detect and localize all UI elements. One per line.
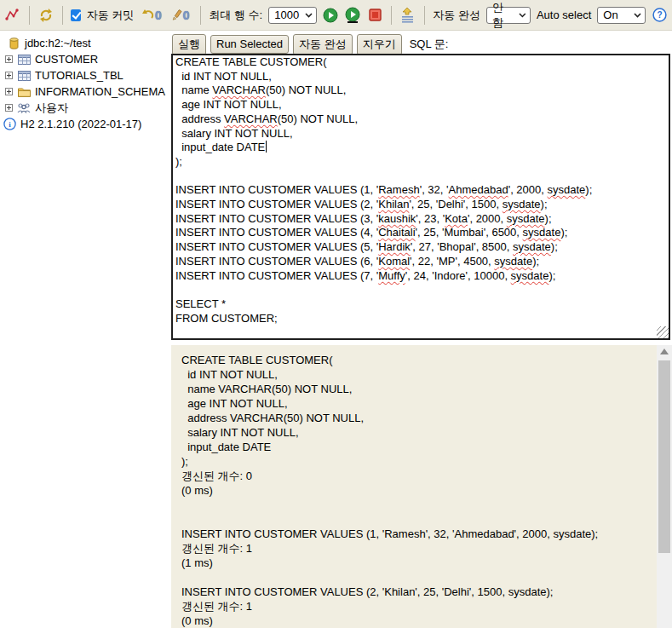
misspelled-word: sysdate <box>548 183 586 196</box>
result-line: 갱신된 개수: 1 <box>181 599 657 614</box>
misspelled-word: sysdate <box>503 198 541 210</box>
sql-editor[interactable]: CREATE TABLE CUSTOMER( id INT NOT NULL, … <box>171 54 670 340</box>
sql-line: age INT NOT NULL, <box>173 98 669 112</box>
result-line: INSERT INTO CUSTOMER VALUES (2, 'Khilan'… <box>181 585 657 599</box>
autocomplete-label: 자동 완성 <box>433 8 480 23</box>
toolbar: 자동 커밋 0 0 최대 행 수: 1000 <box>0 0 672 31</box>
tree-item-label: INFORMATION_SCHEMA <box>35 85 165 98</box>
results-scrollbar[interactable] <box>657 345 672 628</box>
misspelled-word: Kota <box>445 212 468 225</box>
max-rows-select[interactable]: 1000 <box>268 7 317 24</box>
stop-icon[interactable] <box>367 6 382 25</box>
sql-statement-label: SQL 문: <box>410 37 449 52</box>
tree-item-version[interactable]: i H2 2.1.210 (2022-01-17) <box>0 116 170 132</box>
misspelled-word: Hardik <box>378 240 411 253</box>
toolbar-separator <box>200 6 201 25</box>
autocomplete-value: 안함 <box>492 0 514 31</box>
sql-line: CREATE TABLE CUSTOMER( <box>173 55 669 70</box>
scroll-up-icon[interactable] <box>660 349 669 354</box>
refresh-icon[interactable] <box>38 6 54 25</box>
run-selected-button[interactable]: Run Selected <box>210 35 289 54</box>
tree-item-label: TUTORIALS_TBL <box>35 69 123 82</box>
sql-line: salary INT NOT NULL, <box>173 127 669 141</box>
scrollbar-thumb[interactable] <box>658 360 670 553</box>
results-content: CREATE TABLE CUSTOMER( id INT NOT NULL, … <box>181 353 657 628</box>
max-rows-value: 1000 <box>274 9 299 21</box>
sql-line: SELECT * <box>173 297 669 312</box>
autocomplete-icon[interactable] <box>400 6 416 25</box>
run-selected-icon[interactable] <box>344 6 361 25</box>
toolbar-separator <box>424 6 425 25</box>
autocomplete-select[interactable]: 안함 <box>486 7 531 24</box>
result-line: 갱신된 개수: 1 <box>181 541 657 556</box>
toolbar-separator <box>391 6 392 25</box>
help-icon[interactable]: ? <box>652 6 667 25</box>
autocomplete-button[interactable]: 자동 완성 <box>293 34 353 55</box>
svg-text:?: ? <box>657 10 662 20</box>
misspelled-word: Komal <box>378 255 410 268</box>
users-icon <box>17 102 31 114</box>
misspelled-word: sysdate <box>507 212 545 225</box>
results-panel: CREATE TABLE CUSTOMER( id INT NOT NULL, … <box>171 345 657 628</box>
undo-icon[interactable]: 0 <box>140 6 163 25</box>
auto-commit-checkbox[interactable] <box>71 9 80 21</box>
auto-select-select[interactable]: On <box>597 7 646 24</box>
sql-line <box>173 283 669 297</box>
result-line <box>181 498 657 512</box>
sql-line: INSERT INTO CUSTOMER VALUES (4, 'Chaital… <box>173 226 669 240</box>
expand-icon[interactable] <box>5 104 13 112</box>
tree-item-connection[interactable]: jdbc:h2:~/test <box>0 35 170 51</box>
clear-button[interactable]: 지우기 <box>357 34 402 55</box>
disconnect-icon[interactable] <box>5 6 20 25</box>
tree-item-label: 사용자 <box>35 101 68 116</box>
version-label: H2 2.1.210 (2022-01-17) <box>20 118 141 130</box>
edit-count-icon[interactable]: 0 <box>169 6 192 25</box>
tree-item-information-schema[interactable]: INFORMATION_SCHEMA <box>0 84 170 100</box>
result-line: address VARCHAR(50) NOT NULL, <box>181 411 657 425</box>
misspelled-word: Chaitali <box>378 226 415 239</box>
sql-line: name VARCHAR(50) NOT NULL, <box>173 84 669 98</box>
toolbar-separator <box>29 6 30 25</box>
sql-line: ); <box>173 155 669 170</box>
expand-icon[interactable] <box>5 72 13 79</box>
misspelled-word: Khilan <box>378 198 409 210</box>
result-line: 갱신된 개수: 0 <box>181 469 657 483</box>
sql-line: INSERT INTO CUSTOMER VALUES (7, 'Muffy',… <box>173 269 669 284</box>
auto-commit-label: 자동 커밋 <box>87 8 135 23</box>
misspelled-word: Ahmedabad <box>449 183 508 196</box>
result-line <box>181 512 657 527</box>
undo-count: 0 <box>155 9 162 22</box>
sql-line: address VARCHAR(50) NOT NULL, <box>173 112 669 127</box>
query-panel: 실행 Run Selected 자동 완성 지우기 SQL 문: CREATE … <box>170 32 672 628</box>
misspelled-word: VARCHAR <box>224 112 278 125</box>
misspelled-word: Muffy <box>378 269 405 282</box>
tree-item-users[interactable]: 사용자 <box>0 100 170 116</box>
auto-select-value: On <box>603 9 617 21</box>
edit-count: 0 <box>183 9 190 22</box>
resize-grip[interactable] <box>657 326 669 338</box>
misspelled-word: sysdate <box>494 255 532 268</box>
sql-line: input_date DATE <box>173 141 669 155</box>
h2-console-window: 자동 커밋 0 0 최대 행 수: 1000 <box>0 0 672 628</box>
chevron-down-icon <box>634 13 641 18</box>
sql-line <box>173 170 669 184</box>
result-line: input_date DATE <box>181 440 657 454</box>
sql-line: INSERT INTO CUSTOMER VALUES (1, 'Ramesh'… <box>173 183 669 198</box>
sql-line: FROM CUSTOMER; <box>173 312 669 326</box>
result-line: (1 ms) <box>181 556 657 570</box>
chevron-down-icon <box>519 13 526 18</box>
run-icon[interactable] <box>323 6 338 25</box>
max-rows-label: 최대 행 수: <box>209 8 262 23</box>
expand-icon[interactable] <box>5 88 13 95</box>
sql-line: INSERT INTO CUSTOMER VALUES (6, 'Komal',… <box>173 255 669 269</box>
run-button[interactable]: 실행 <box>172 34 206 55</box>
misspelled-word: kaushik <box>378 212 416 225</box>
misspelled-word: sysdate <box>513 240 551 253</box>
sql-line: INSERT INTO CUSTOMER VALUES (2, 'Khilan'… <box>173 198 669 212</box>
tree-item-customer[interactable]: CUSTOMER <box>0 51 170 67</box>
result-line: salary INT NOT NULL, <box>181 425 657 440</box>
misspelled-word: VARCHAR <box>212 84 266 96</box>
expand-icon[interactable] <box>5 55 13 63</box>
tree-item-tutorials-tbl[interactable]: TUTORIALS_TBL <box>0 67 170 84</box>
result-line: ); <box>181 454 657 469</box>
